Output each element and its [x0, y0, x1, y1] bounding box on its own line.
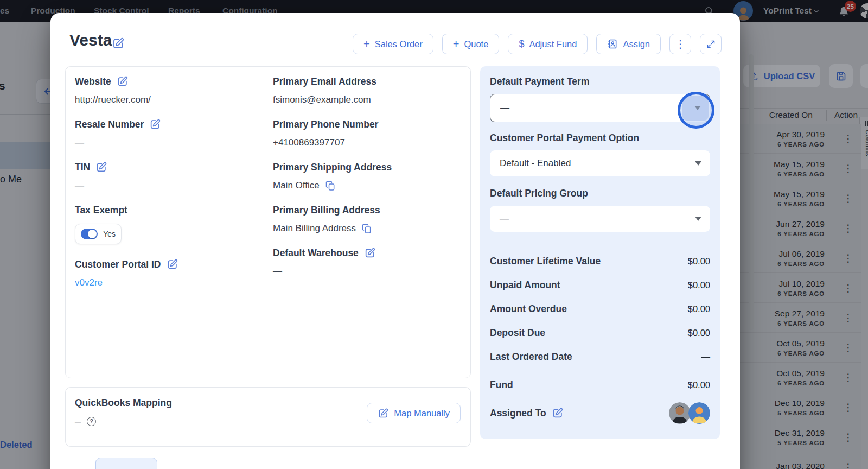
customer-detail-modal: Vesta + Sales Order + Quote $ Adjust Fun…: [50, 13, 740, 469]
website-value: http://ruecker.com/: [75, 93, 265, 106]
tax-exempt-value: Yes: [103, 230, 116, 238]
stat-label: Amount Overdue: [490, 303, 567, 315]
primary-shipping-label: Primary Shipping Address: [273, 162, 392, 173]
assign-button[interactable]: Assign: [596, 34, 661, 54]
copy-billing-address-icon[interactable]: [361, 223, 372, 234]
default-warehouse-label: Default Warehouse: [273, 248, 359, 259]
field-website: Website http://ruecker.com/: [75, 74, 265, 106]
website-label: Website: [75, 76, 111, 87]
plus-icon: +: [363, 39, 370, 49]
help-icon[interactable]: ?: [87, 417, 96, 426]
dialog-scrollbar[interactable]: [749, 54, 754, 330]
portal-payment-option-select[interactable]: Default - Enabled: [490, 150, 710, 176]
quickbooks-mapping-card: QuickBooks Mapping – ? Map Manually: [65, 387, 471, 447]
default-payment-term-value: —: [500, 103, 509, 113]
customer-name-title: Vesta: [69, 31, 112, 49]
map-manually-button[interactable]: Map Manually: [367, 403, 461, 423]
stat-value: $0.00: [688, 256, 710, 267]
primary-shipping-value: Main Office: [273, 180, 320, 191]
stat-amount-overdue: Amount Overdue$0.00: [490, 297, 710, 321]
stat-lifetime-value: Customer Lifetime Value$0.00: [490, 249, 710, 273]
portal-payment-option-value: Default - Enabled: [500, 158, 571, 169]
default-warehouse-value: —: [273, 265, 464, 278]
default-payment-term-select[interactable]: —: [490, 94, 710, 122]
expand-icon: [706, 40, 716, 49]
assign-icon: [607, 39, 618, 49]
edit-tin-icon[interactable]: [95, 161, 107, 173]
kebab-icon: ⋮: [675, 39, 686, 49]
dollar-icon: $: [519, 39, 524, 49]
stat-value: $0.00: [688, 380, 710, 390]
adjust-fund-label: Adjust Fund: [529, 39, 577, 49]
caret-down-icon: [695, 217, 701, 221]
assigned-avatars: [669, 402, 710, 424]
edit-website-icon[interactable]: [117, 75, 129, 87]
customer-stats-list: Customer Lifetime Value$0.00 Unpaid Amou…: [490, 249, 710, 397]
customer-summary-panel: Default Payment Term — Customer Portal P…: [480, 66, 720, 439]
assigned-to-label: Assigned To: [490, 408, 546, 419]
stat-label: Fund: [490, 379, 513, 391]
customer-portal-id-label: Customer Portal ID: [75, 259, 161, 270]
tax-exempt-toggle[interactable]: [81, 229, 98, 239]
assignee-avatar-photo[interactable]: [669, 402, 691, 424]
edit-portal-id-icon[interactable]: [167, 258, 178, 270]
primary-billing-value: Main Billing Address: [273, 223, 356, 234]
more-options-kebab-button[interactable]: ⋮: [669, 34, 691, 54]
default-pricing-group-select[interactable]: —: [490, 206, 710, 232]
edit-resale-number-icon[interactable]: [149, 118, 161, 130]
map-manually-label: Map Manually: [394, 408, 450, 419]
field-customer-portal-id: Customer Portal ID v0v2re: [75, 257, 265, 289]
field-resale-number: Resale Number —: [75, 117, 265, 149]
adjust-fund-button[interactable]: $ Adjust Fund: [508, 34, 588, 54]
assignee-avatar-default[interactable]: [688, 402, 710, 424]
primary-billing-label: Primary Billing Address: [273, 205, 380, 216]
field-primary-phone: Primary Phone Number +4100869397707: [273, 117, 464, 149]
edit-icon: [378, 408, 389, 419]
stat-last-ordered-date: Last Ordered Date—: [490, 345, 710, 369]
default-pricing-group-value: —: [500, 213, 509, 224]
quickbooks-mapping-value: –: [75, 416, 81, 427]
field-tax-exempt: Tax Exempt Yes: [75, 203, 265, 244]
stat-label: Unpaid Amount: [490, 280, 560, 291]
stat-deposit-due: Deposit Due$0.00: [490, 321, 710, 345]
assigned-to-row: Assigned To: [490, 402, 710, 424]
quote-label: Quote: [464, 39, 488, 49]
edit-assigned-to-icon[interactable]: [552, 407, 564, 419]
stat-fund: Fund$0.00: [490, 373, 710, 397]
tax-exempt-label: Tax Exempt: [75, 205, 127, 216]
field-primary-shipping-address: Primary Shipping Address Main Office: [273, 160, 464, 192]
primary-email-label: Primary Email Address: [273, 76, 376, 87]
stat-value: $0.00: [688, 304, 710, 314]
click-indicator-ring: [678, 92, 714, 129]
stat-value: —: [701, 352, 711, 362]
modal-action-bar: + Sales Order + Quote $ Adjust Fund Assi…: [353, 34, 722, 54]
quote-button[interactable]: + Quote: [442, 34, 500, 54]
expand-modal-button[interactable]: [700, 34, 722, 54]
primary-phone-label: Primary Phone Number: [273, 119, 379, 130]
customer-details-card: Website http://ruecker.com/ Resale Numbe…: [65, 66, 471, 378]
portal-payment-option-label: Customer Portal Payment Option: [490, 132, 710, 144]
primary-phone-value: +4100869397707: [273, 136, 464, 149]
field-primary-email: Primary Email Address fsimonis@example.c…: [273, 74, 464, 106]
assign-label: Assign: [623, 39, 650, 49]
stat-value: $0.00: [688, 280, 710, 290]
caret-down-icon: [694, 106, 701, 110]
copy-shipping-address-icon[interactable]: [325, 180, 336, 191]
tin-value: —: [75, 179, 265, 192]
customer-portal-id-value[interactable]: v0v2re: [75, 276, 265, 289]
sales-order-label: Sales Order: [375, 39, 423, 49]
field-tin: TIN —: [75, 160, 265, 192]
field-primary-billing-address: Primary Billing Address Main Billing Add…: [273, 203, 464, 235]
field-default-warehouse: Default Warehouse —: [273, 246, 464, 278]
edit-name-icon[interactable]: [112, 37, 125, 50]
stat-value: $0.00: [688, 328, 710, 338]
sales-order-button[interactable]: + Sales Order: [353, 34, 433, 54]
edit-default-warehouse-icon[interactable]: [364, 247, 376, 259]
quickbooks-mapping-title: QuickBooks Mapping: [75, 397, 172, 409]
caret-down-icon: [695, 161, 701, 166]
tin-label: TIN: [75, 162, 90, 173]
stat-label: Last Ordered Date: [490, 351, 572, 363]
partial-bottom-button[interactable]: [95, 458, 157, 469]
plus-icon: +: [453, 39, 459, 49]
default-payment-term-label: Default Payment Term: [490, 76, 710, 87]
